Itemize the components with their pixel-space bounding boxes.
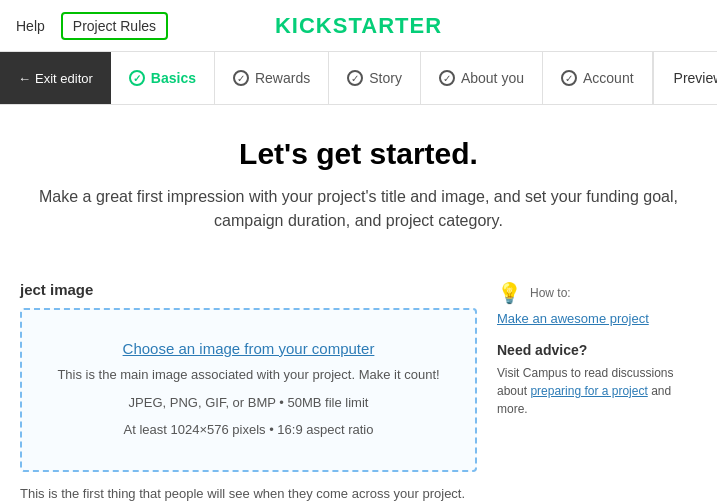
about-you-check-icon: ✓ xyxy=(439,70,455,86)
exit-editor-button[interactable]: Exit editor xyxy=(0,52,111,104)
right-column: 💡 How to: Make an awesome project Need a… xyxy=(497,281,697,418)
tab-story[interactable]: ✓ Story xyxy=(329,52,421,104)
tab-story-label: Story xyxy=(369,70,402,86)
site-logo: KICKSTARTER xyxy=(275,13,442,39)
upload-desc-1: This is the main image associated with y… xyxy=(42,365,455,385)
account-check-icon: ✓ xyxy=(561,70,577,86)
bulb-icon: 💡 xyxy=(497,281,522,305)
left-column: ject image Choose an image from your com… xyxy=(20,281,477,502)
upload-link[interactable]: Choose an image from your computer xyxy=(42,340,455,357)
lower-section: ject image Choose an image from your com… xyxy=(0,281,717,502)
page-title: Let's get started. xyxy=(20,137,697,171)
logo-text-green: STARTER xyxy=(333,13,442,38)
story-check-icon: ✓ xyxy=(347,70,363,86)
tab-rewards[interactable]: ✓ Rewards xyxy=(215,52,329,104)
top-nav: Help Project Rules KICKSTARTER xyxy=(0,0,717,52)
tab-rewards-label: Rewards xyxy=(255,70,310,86)
preparing-link[interactable]: preparing for a project xyxy=(530,384,647,398)
project-rules-button[interactable]: Project Rules xyxy=(61,12,168,40)
tab-account-label: Account xyxy=(583,70,634,86)
rewards-check-icon: ✓ xyxy=(233,70,249,86)
tab-about-you-label: About you xyxy=(461,70,524,86)
main-content: Let's get started. Make a great first im… xyxy=(0,105,717,281)
how-to-link[interactable]: Make an awesome project xyxy=(497,311,697,326)
basics-check-icon: ✓ xyxy=(129,70,145,86)
tab-basics[interactable]: ✓ Basics xyxy=(111,52,215,104)
image-upload-box[interactable]: Choose an image from your computer This … xyxy=(20,308,477,472)
upload-desc-2: JPEG, PNG, GIF, or BMP • 50MB file limit xyxy=(42,393,455,413)
tab-about-you[interactable]: ✓ About you xyxy=(421,52,543,104)
advice-text: Visit Campus to read discussions about p… xyxy=(497,364,697,418)
tab-account[interactable]: ✓ Account xyxy=(543,52,653,104)
how-to-box: 💡 How to: Make an awesome project xyxy=(497,281,697,326)
logo-text-black: KICK xyxy=(275,13,333,38)
advice-box: Need advice? Visit Campus to read discus… xyxy=(497,342,697,418)
advice-title: Need advice? xyxy=(497,342,697,358)
section-label: ject image xyxy=(20,281,477,298)
how-to-label: How to: xyxy=(530,286,571,300)
help-link[interactable]: Help xyxy=(16,18,45,34)
upload-desc-3: At least 1024×576 pixels • 16:9 aspect r… xyxy=(42,420,455,440)
image-hint: This is the first thing that people will… xyxy=(20,484,477,503)
how-to-header: 💡 How to: xyxy=(497,281,697,305)
page-subtitle: Make a great first impression with your … xyxy=(20,185,697,233)
tab-bar: Exit editor ✓ Basics ✓ Rewards ✓ Story ✓… xyxy=(0,52,717,105)
preview-button[interactable]: Preview xyxy=(653,52,717,104)
tab-basics-label: Basics xyxy=(151,70,196,86)
